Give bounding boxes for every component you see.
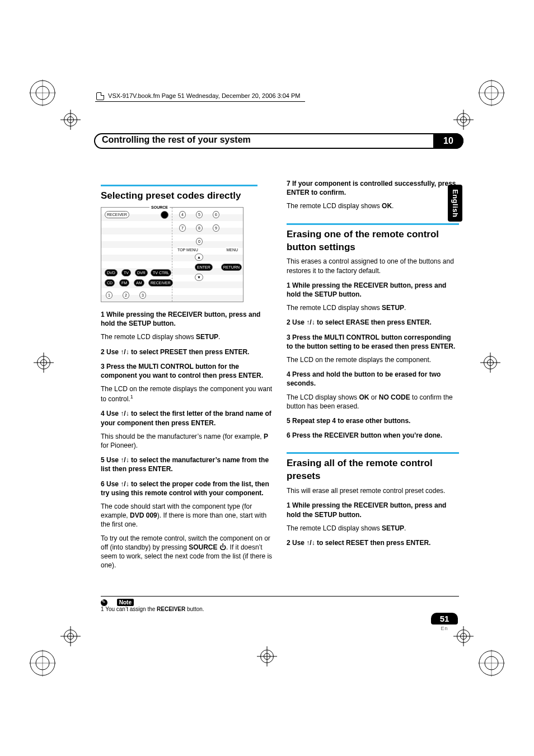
step-7: 7 If your component is controlled succes… (287, 179, 459, 197)
step-1-body: The remote LCD display shows SETUP. (101, 332, 273, 341)
eraseall-step-2: 2 Use ↑/↓ to select RESET then press ENT… (287, 538, 459, 547)
crosshair-tl (60, 110, 81, 130)
running-header: VSX-917V.book.fm Page 51 Wednesday, Dece… (95, 91, 305, 102)
erase-step-6: 6 Press the RECEIVER button when you’re … (287, 431, 459, 440)
step-2: 2 Use ↑/↓ to select PRESET then press EN… (101, 348, 273, 356)
erase-one-intro: This erases a control assigned to one of… (287, 257, 459, 275)
page-number: 51 En (431, 613, 458, 631)
heading-erase-one: Erasing one of the remote control button… (287, 223, 459, 254)
btn-receiver2: RECEIVER (148, 279, 173, 287)
step-1: 1 While pressing the RECEIVER button, pr… (101, 310, 273, 328)
btn-source (161, 211, 168, 219)
btn-dvr: DVR (135, 269, 148, 276)
btn-return: RETURN (221, 264, 242, 271)
btn-tvctrl: TV CTRL (151, 269, 171, 276)
page-icon (96, 92, 104, 100)
erase-step-3: 3 Press the MULTI CONTROL button corresp… (287, 333, 459, 351)
btn-cd: CD (105, 279, 115, 287)
reg-disc-br (478, 650, 505, 677)
chapter-header: Controlling the rest of your system 10 (94, 133, 463, 149)
crosshair-ml (34, 353, 54, 373)
remote-right-panel: 4 5 6 7 8 9 0 TOP MENU MENU ENTER RETURN… (172, 208, 243, 302)
erase-all-intro: This will erase all preset remote contro… (287, 486, 459, 495)
step-3-body: The LCD on the remote displays the compo… (101, 384, 273, 403)
crosshair-mr (480, 353, 500, 373)
erase-step-1: 1 While pressing the RECEIVER button, pr… (287, 281, 459, 299)
crosshair-tr (453, 110, 474, 130)
erase-step-1-body: The remote LCD display shows SETUP. (287, 303, 459, 312)
heading-selecting-preset-codes: Selecting preset codes directly (101, 185, 257, 203)
step-5: 5 Use ↑/↓ to select the manufacturer’s n… (101, 456, 273, 473)
eraseall-step-1-body: The remote LCD display shows SETUP. (287, 524, 459, 533)
erase-step-4-body: The LCD display shows OK or NO CODE to c… (287, 393, 459, 411)
updown-icon: ↑/↓ (120, 456, 129, 464)
btn-fm: FM (119, 279, 129, 287)
reg-disc-tl (29, 79, 56, 106)
updown-icon: ↑/↓ (120, 480, 129, 488)
chapter-title: Controlling the rest of your system (102, 135, 251, 145)
crosshair-mb (257, 646, 277, 666)
eraseall-step-1: 1 While pressing the RECEIVER button, pr… (287, 501, 459, 519)
erase-step-3-body: The LCD on the remote displays the compo… (287, 355, 459, 364)
step-3: 3 Press the MULTI CONTROL button for the… (101, 362, 273, 380)
reg-disc-tr (478, 79, 505, 106)
heading-erase-all: Erasing all of the remote control preset… (287, 452, 459, 483)
updown-icon: ↑/↓ (306, 318, 315, 326)
btn-tv: TV (121, 269, 131, 276)
label-source: SOURCE (149, 204, 170, 210)
crosshair-bl (60, 626, 81, 646)
updown-icon: ↑/↓ (306, 539, 315, 547)
btn-receiver: RECEIVER (105, 211, 129, 218)
left-column: Selecting preset codes directly RECEIVER… (101, 173, 273, 574)
step-7-body: The remote LCD display shows OK. (287, 201, 459, 210)
btn-am: AM (134, 279, 144, 287)
running-header-text: VSX-917V.book.fm Page 51 Wednesday, Dece… (108, 92, 300, 99)
btn-enter: ENTER (195, 264, 213, 271)
step-6-body-b: To try out the remote control, switch th… (101, 534, 273, 570)
footnote-text: 1 You can’t assign the RECEIVER button. (101, 606, 204, 612)
power-icon: ⏻ (219, 543, 226, 551)
reg-disc-bl (29, 650, 56, 677)
remote-left-panel: RECEIVER SOURCE DVD TV DVR TV CTRL CD FM… (101, 208, 172, 302)
footnote: Note 1 You can’t assign the RECEIVER but… (101, 599, 204, 612)
page-number-lang: En (431, 626, 458, 631)
erase-step-4: 4 Press and hold the button to be erased… (287, 370, 459, 388)
remote-control-illustration: RECEIVER SOURCE DVD TV DVR TV CTRL CD FM… (101, 207, 243, 302)
step-4-body: This should be the manufacturer’s name (… (101, 432, 273, 450)
step-6-body-a: The code should start with the component… (101, 502, 273, 529)
step-6: 6 Use ↑/↓ to select the proper code from… (101, 480, 273, 497)
note-icon (101, 599, 107, 606)
erase-step-5: 5 Repeat step 4 to erase other buttons. (287, 416, 459, 425)
label-menu: MENU (224, 247, 240, 253)
btn-dvd: DVD (105, 269, 118, 276)
step-4: 4 Use ↑/↓ to select the first letter of … (101, 409, 273, 427)
erase-step-2: 2 Use ↑/↓ to select ERASE then press ENT… (287, 318, 459, 327)
updown-icon: ↑/↓ (120, 410, 129, 417)
chapter-number: 10 (433, 133, 463, 149)
right-column: 7 If your component is controlled succes… (287, 173, 459, 574)
updown-icon: ↑/↓ (120, 348, 129, 356)
note-label: Note (117, 599, 134, 606)
page-number-value: 51 (431, 613, 458, 624)
label-topmenu: TOP MENU (176, 247, 200, 253)
footnote-rule (101, 596, 459, 597)
